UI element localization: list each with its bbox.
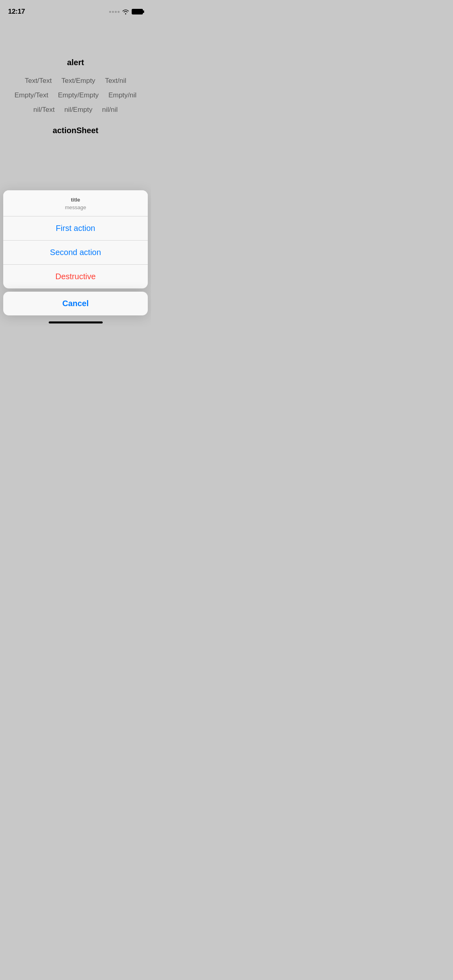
btn-text-text[interactable]: Text/Text <box>24 75 52 86</box>
alert-button-grid: Text/Text Text/Empty Text/nil Empty/Text… <box>12 75 139 115</box>
btn-nil-empty[interactable]: nil/Empty <box>64 104 93 115</box>
btn-empty-nil[interactable]: Empty/nil <box>108 90 137 101</box>
action-sheet-section-title: actionSheet <box>53 126 98 135</box>
first-action-button[interactable]: First action <box>3 216 148 240</box>
btn-nil-text[interactable]: nil/Text <box>33 104 56 115</box>
action-sheet-main: title message First action Second action… <box>3 190 148 288</box>
status-icons <box>109 9 143 14</box>
btn-text-nil[interactable]: Text/nil <box>104 75 127 86</box>
btn-nil-nil[interactable]: nil/nil <box>101 104 119 115</box>
main-content: alert Text/Text Text/Empty Text/nil Empt… <box>0 18 151 143</box>
signal-icon <box>109 11 120 13</box>
action-sheet-header: title message <box>3 190 148 216</box>
destructive-action-button[interactable]: Destructive <box>3 265 148 288</box>
action-sheet-cancel: Cancel <box>3 292 148 315</box>
status-time: 12:17 <box>8 8 25 16</box>
btn-text-empty[interactable]: Text/Empty <box>61 75 96 86</box>
battery-icon <box>132 9 143 14</box>
wifi-icon <box>122 9 129 14</box>
action-sheet-message: message <box>11 204 140 210</box>
btn-empty-empty[interactable]: Empty/Empty <box>57 90 99 101</box>
status-bar: 12:17 <box>0 0 151 18</box>
action-sheet-container: title message First action Second action… <box>0 187 151 327</box>
alert-section-title: alert <box>67 58 84 67</box>
home-indicator <box>49 321 103 323</box>
action-sheet-title: title <box>11 197 140 203</box>
btn-empty-text[interactable]: Empty/Text <box>14 90 49 101</box>
second-action-button[interactable]: Second action <box>3 241 148 264</box>
cancel-button[interactable]: Cancel <box>3 292 148 315</box>
